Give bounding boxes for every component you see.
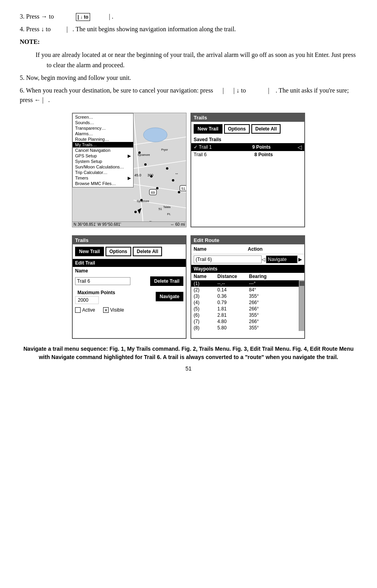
fig4-wp8-bearing: 355° (249, 325, 281, 331)
fig4-wp-row-8[interactable]: (8) 5.80 355° (191, 325, 299, 331)
fig4-action-select[interactable]: Navigate (266, 255, 298, 263)
fig4-wp-row-6[interactable]: (6) 2.81 355° (191, 312, 299, 318)
fig3-active-checkbox[interactable]: Active (75, 307, 95, 313)
menu-system-setup: System Setup (73, 159, 133, 164)
fig4-wp2-name: (2) (194, 287, 217, 293)
fig2-trail6-row[interactable]: Trail 6 8 Points (191, 151, 304, 158)
svg-point-6 (143, 128, 167, 142)
step3-text: 3. Press → to | ↓ to | . (20, 12, 357, 21)
svg-text:Ft.: Ft. (167, 212, 171, 216)
menu-route-planning: Route Planning… (73, 136, 133, 142)
fig3-edit-trail-panel: Trails New Trail Options Delete All Edit… (72, 235, 187, 339)
fig4-wp-row-5[interactable]: (5) 1.81 266° (191, 306, 299, 312)
page-number: 51 (20, 365, 357, 372)
fig4-title: Edit Route (191, 236, 304, 244)
svg-point-8 (144, 163, 147, 166)
fig4-wp-row-7[interactable]: (7) 4.80 266° (191, 318, 299, 325)
fig4-edit-route-panel: Edit Route Name Action (Trail 6) ◁ Navig… (190, 235, 305, 339)
fig3-trail-name-input[interactable]: Trail 6 (75, 277, 130, 285)
svg-text:45.0: 45.0 (134, 173, 141, 177)
fig3-options-btn[interactable]: Options (106, 247, 131, 256)
fig2-trail1-row[interactable]: ✓ Trail 1 9 Points ◁ (191, 143, 304, 151)
menu-cancel-nav: Cancel Navigation (73, 147, 133, 153)
fig4-wp3-bearing: 355° (249, 293, 281, 299)
fig2-options-btn[interactable]: Options (224, 124, 250, 134)
fig1-gps-map: 69 51 51 Ft. Blaze Sycamore Pryor Sycamo… (72, 113, 187, 227)
fig4-wp4-name: (4) (194, 300, 217, 305)
fig4-left-arrow-icon[interactable]: ◁ (262, 257, 265, 262)
fig4-wp6-bearing: 355° (249, 312, 281, 318)
fig4-wp5-bearing: 266° (249, 306, 281, 312)
step6-text: 6. When you reach your destination, be s… (20, 86, 357, 105)
svg-text:51: 51 (158, 207, 162, 211)
fig2-saved-trails-label: Saved Trails (191, 136, 304, 143)
figures-bottom-row: Trails New Trail Options Delete All Edit… (20, 235, 357, 339)
note-label: NOTE: (20, 38, 40, 45)
fig2-trail1-nav-icon: ◁ (298, 144, 302, 150)
fig3-active-box[interactable] (75, 307, 81, 313)
menu-alarms: Alarms… (73, 131, 133, 136)
fig4-wp-row-4[interactable]: (4) 0.79 266° (191, 299, 299, 306)
fig3-navigate-btn[interactable]: Navigate (156, 292, 183, 301)
svg-point-15 (178, 191, 180, 193)
fig4-wp2-bearing: 84° (249, 287, 281, 293)
fig4-wp7-distance: 4.80 (217, 319, 249, 324)
fig2-new-trail-btn[interactable]: New Trail (194, 124, 222, 134)
fig3-new-trail-btn[interactable]: New Trail (75, 247, 104, 256)
fig4-wp8-name: (8) (194, 325, 217, 331)
fig3-visible-checkbox[interactable]: ✕ Visible (103, 307, 124, 313)
fig4-wp-distance-col-header: Distance (217, 274, 249, 279)
svg-point-12 (134, 211, 137, 213)
step3-end: | . (109, 13, 113, 20)
fig4-wp-header: Name Distance Bearing (191, 273, 304, 280)
fig4-scroll-thumb[interactable] (300, 281, 304, 286)
fig4-trail-name-select[interactable]: (Trail 6) (194, 255, 262, 263)
fig4-wp7-bearing: 266° (249, 319, 281, 324)
fig3-header-buttons: New Trail Options Delete All (73, 244, 186, 259)
svg-text:↔: ↔ (175, 171, 179, 176)
fig4-wp1-distance: --,-- (217, 281, 249, 286)
fig4-wp5-name: (5) (194, 306, 217, 312)
step5-text: 5. Now, begin moving and follow your uni… (20, 73, 357, 83)
svg-point-14 (172, 179, 174, 182)
fig3-checkbox-row: Active ✕ Visible (73, 306, 186, 314)
fig3-section-label: Edit Trail (73, 259, 186, 267)
menu-my-trails[interactable]: My Trails… (73, 142, 133, 147)
fig4-wp-scroll-header (281, 274, 292, 279)
fig4-scrollbar[interactable] (299, 280, 304, 331)
fig3-visible-label: Visible (110, 307, 124, 313)
svg-text:Sycamore: Sycamore (137, 200, 149, 203)
menu-screen: Screen… (73, 114, 133, 120)
fig4-wp-bearing-col-header: Bearing (249, 274, 281, 279)
fig1-menu: Screen… Sounds… Transparency… Alarms… Ro… (72, 113, 134, 187)
fig2-buttons: New Trail Options Delete All (191, 122, 304, 136)
menu-browse-mmc: Browse MMC Files… (73, 181, 133, 186)
menu-sounds: Sounds… (73, 120, 133, 125)
step4-mid: | (66, 26, 68, 32)
fig4-wp-row-2[interactable]: (2) 0.14 84° (191, 287, 299, 293)
fig4-wp-list: (1) --,-- ---° (2) 0.14 84° (3) 0.36 355… (191, 280, 304, 331)
fig2-title: Trails (191, 113, 304, 122)
fig4-wp-row-1[interactable]: (1) --,-- ---° (191, 280, 299, 287)
note-text: If you are already located at or near th… (36, 50, 357, 70)
fig4-wp5-distance: 1.81 (217, 306, 249, 312)
fig3-delete-trail-btn[interactable]: Delete Trail (150, 276, 183, 286)
fig4-wp8-distance: 5.80 (217, 325, 249, 331)
fig4-waypoints-label: Waypoints (191, 265, 304, 273)
fig2-trail6-points: 8 Points (248, 152, 279, 157)
fig4-trail-name-value: (Trail 6) (196, 257, 212, 262)
fig3-visible-box[interactable]: ✕ (103, 307, 109, 313)
fig4-right-arrow-icon[interactable]: ▶ (298, 257, 302, 262)
fig4-wp3-distance: 0.36 (217, 293, 249, 299)
fig2-delete-all-btn[interactable]: Delete All (251, 124, 281, 134)
map-status-bar: N 36°08.851' W 95°50.681' ↔ 60 mi (72, 221, 186, 227)
fig2-trail1-points: 9 Points (246, 144, 277, 150)
fig4-wp-row-3[interactable]: (3) 0.36 355° (191, 293, 299, 299)
fig3-delete-all-btn[interactable]: Delete All (133, 247, 162, 256)
fig4-wp6-distance: 2.81 (217, 312, 249, 318)
fig3-max-points-value[interactable]: 2000 (75, 296, 99, 304)
svg-text:Talala: Talala (163, 206, 170, 208)
page-content: 3. Press → to | ↓ to | . 4. Press ↓ to |… (20, 12, 357, 372)
step3-mid-icon: | ↓ to (76, 13, 90, 21)
fig4-wp6-name: (6) (194, 312, 217, 318)
